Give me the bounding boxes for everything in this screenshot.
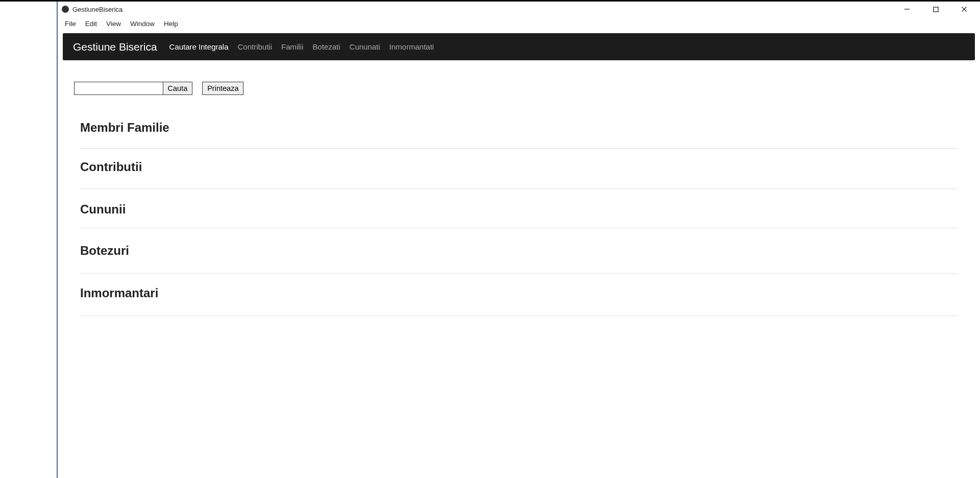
app-icon: [62, 6, 69, 13]
menu-file[interactable]: File: [61, 19, 80, 29]
menubar: File Edit View Window Help: [58, 17, 980, 30]
section-contributii: Contributii: [80, 160, 958, 189]
result-sections: Membri Familie Contributii Cununii Botez…: [63, 121, 975, 316]
close-icon: [961, 6, 967, 12]
search-input[interactable]: [74, 82, 163, 95]
nav-contributii[interactable]: Contributii: [237, 42, 272, 51]
brand-title: Gestiune Biserica: [73, 41, 157, 53]
window-title: GestiuneBiserica: [72, 6, 122, 13]
maximize-button[interactable]: [928, 4, 943, 15]
close-button[interactable]: [957, 4, 972, 15]
print-button[interactable]: Printeaza: [202, 82, 243, 95]
section-title: Inmormantari: [80, 286, 958, 300]
section-inmormantari: Inmormantari: [80, 286, 958, 316]
left-gutter: [0, 2, 58, 478]
svg-rect-1: [934, 7, 938, 12]
navbar: Gestiune Biserica Cautare Integrala Cont…: [63, 33, 975, 60]
maximize-icon: [933, 7, 939, 12]
nav-botezati[interactable]: Botezati: [312, 42, 340, 51]
section-botezuri: Botezuri: [80, 244, 958, 274]
minimize-icon: [904, 6, 910, 12]
search-row: Cauta Printeaza: [63, 82, 975, 95]
search-button[interactable]: Cauta: [163, 82, 193, 95]
nav-items: Cautare Integrala Contributii Familii Bo…: [169, 42, 434, 51]
section-title: Cununii: [80, 202, 958, 217]
nav-cautare-integrala[interactable]: Cautare Integrala: [169, 42, 229, 51]
menu-edit[interactable]: Edit: [81, 19, 101, 29]
section-title: Contributii: [80, 160, 958, 174]
app-window: GestiuneBiserica File Edit View Window H…: [58, 2, 980, 478]
section-cununii: Cununii: [80, 202, 958, 228]
minimize-button[interactable]: [899, 4, 915, 15]
nav-familii[interactable]: Familii: [281, 42, 303, 51]
menu-help[interactable]: Help: [160, 19, 182, 29]
menu-window[interactable]: Window: [126, 19, 159, 29]
window-controls: [899, 4, 976, 15]
section-title: Botezuri: [80, 244, 958, 258]
nav-inmormantati[interactable]: Inmormantati: [389, 42, 434, 51]
section-membri-familie: Membri Familie: [80, 121, 958, 149]
section-title: Membri Familie: [80, 121, 958, 135]
titlebar: GestiuneBiserica: [58, 2, 980, 17]
menu-view[interactable]: View: [102, 19, 125, 29]
nav-cununati[interactable]: Cununati: [350, 42, 380, 51]
